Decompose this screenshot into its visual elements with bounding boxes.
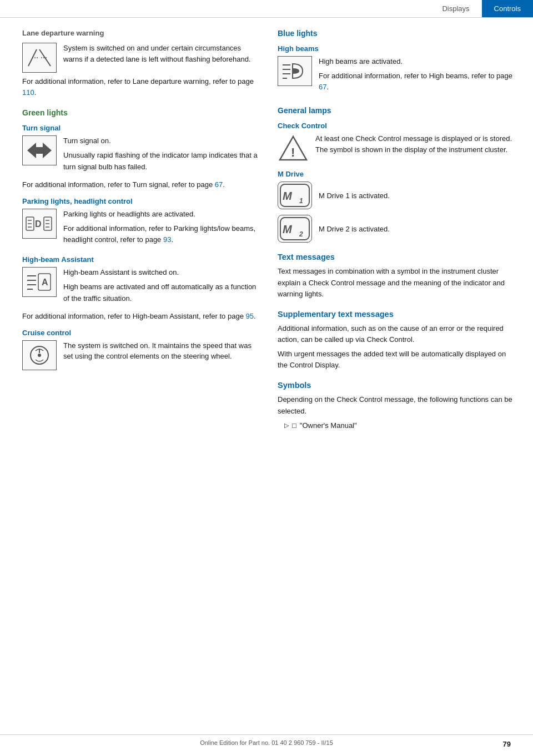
left-column: Lane departure warning System is switche… bbox=[22, 29, 261, 431]
svg-text:M: M bbox=[283, 223, 293, 235]
check-control-heading: Check Control bbox=[278, 122, 516, 130]
svg-text:M: M bbox=[283, 190, 293, 202]
page-header: Displays Controls bbox=[0, 0, 533, 18]
supplementary-body1: Additional information, such as on the c… bbox=[278, 323, 516, 345]
cruise-control-text: The system is switched on. It maintains … bbox=[63, 340, 261, 370]
m-drive-2-block: M 2 M Drive 2 is activated. bbox=[278, 215, 516, 243]
check-control-icon: ! bbox=[278, 133, 309, 163]
high-beams-icon bbox=[278, 56, 312, 86]
header-tabs: Displays Controls bbox=[430, 0, 533, 17]
lane-departure-link[interactable]: 110 bbox=[22, 88, 34, 97]
supplementary-body2: With urgent messages the added text will… bbox=[278, 349, 516, 371]
turn-signal-icon bbox=[22, 135, 57, 165]
turn-signal-heading: Turn signal bbox=[22, 124, 261, 132]
lane-departure-heading: Lane departure warning bbox=[22, 29, 261, 37]
m-drive-1-icon: M 1 bbox=[278, 182, 312, 209]
parking-lights-icon: D bbox=[22, 209, 57, 239]
main-content: Lane departure warning System is switche… bbox=[0, 18, 533, 453]
cruise-control-block: The system is switched on. It maintains … bbox=[22, 340, 261, 370]
symbols-list-item-1: □ "Owner's Manual" bbox=[284, 420, 516, 432]
general-lamps-heading: General lamps bbox=[278, 106, 516, 115]
m-drive-1-text: M Drive 1 is activated. bbox=[319, 182, 516, 209]
high-beams-heading: High beams bbox=[278, 44, 516, 53]
right-column: Blue lights High beams High beams are a bbox=[278, 29, 516, 431]
high-beams-block: High beams are activated. For additional… bbox=[278, 56, 516, 96]
svg-text:2: 2 bbox=[299, 230, 303, 238]
lane-departure-icon bbox=[22, 43, 57, 73]
check-control-text: At least one Check Control message is di… bbox=[315, 133, 516, 163]
svg-text:!: ! bbox=[291, 145, 295, 159]
svg-point-23 bbox=[38, 354, 41, 357]
high-beam-assistant-heading: High-beam Assistant bbox=[22, 255, 261, 264]
footer-page-number: 79 bbox=[503, 740, 511, 748]
symbols-body: Depending on the Check Control message, … bbox=[278, 394, 516, 416]
supplementary-section: Supplementary text messages Additional i… bbox=[278, 310, 516, 371]
m-drive-heading: M Drive bbox=[278, 170, 516, 178]
tab-controls[interactable]: Controls bbox=[482, 0, 533, 17]
blue-lights-heading: Blue lights bbox=[278, 29, 516, 38]
cruise-control-icon bbox=[22, 340, 57, 370]
m-drive-1-block: M 1 M Drive 1 is activated. bbox=[278, 182, 516, 209]
turn-signal-link[interactable]: 67 bbox=[215, 180, 223, 189]
symbols-heading: Symbols bbox=[278, 381, 516, 390]
parking-lights-link[interactable]: 93 bbox=[163, 235, 171, 244]
text-messages-section: Text messages Text messages in combinati… bbox=[278, 253, 516, 299]
tab-displays[interactable]: Displays bbox=[430, 0, 481, 17]
text-messages-heading: Text messages bbox=[278, 253, 516, 261]
lane-departure-section: Lane departure warning System is switche… bbox=[22, 29, 261, 98]
high-beams-text: High beams are activated. For additional… bbox=[319, 56, 516, 96]
lane-departure-ref: For additional information, refer to Lan… bbox=[22, 76, 261, 98]
footer-text: Online Edition for Part no. 01 40 2 960 … bbox=[200, 739, 333, 746]
turn-signal-text: Turn signal on. Unusually rapid flashing… bbox=[63, 135, 261, 175]
high-beam-assistant-link[interactable]: 95 bbox=[245, 312, 253, 320]
m-drive-2-icon: M 2 bbox=[278, 215, 312, 243]
high-beam-assistant-block: A High-beam Assistant is switched on. Hi… bbox=[22, 267, 261, 307]
parking-lights-heading: Parking lights, headlight control bbox=[22, 197, 261, 205]
green-lights-heading: Green lights bbox=[22, 108, 261, 117]
parking-lights-text: Parking lights or headlights are activat… bbox=[63, 209, 261, 249]
cruise-control-heading: Cruise control bbox=[22, 329, 261, 337]
svg-text:1: 1 bbox=[299, 197, 303, 205]
parking-lights-section: Parking lights, headlight control D bbox=[22, 197, 261, 249]
turn-signal-section: Turn signal Turn signal on. Unusually ra… bbox=[22, 124, 261, 190]
high-beam-assistant-text: High-beam Assistant is switched on. High… bbox=[63, 267, 261, 307]
m-drive-section: M Drive M 1 M Drive 1 is activated. bbox=[278, 170, 516, 243]
svg-text:D: D bbox=[35, 219, 42, 229]
high-beams-section: High beams High beams are activated. bbox=[278, 44, 516, 96]
symbols-section: Symbols Depending on the Check Control m… bbox=[278, 381, 516, 431]
lane-departure-block: System is switched on and under certain … bbox=[22, 43, 261, 73]
svg-text:A: A bbox=[42, 278, 48, 287]
cruise-control-section: Cruise control The system is switched on… bbox=[22, 329, 261, 370]
svg-marker-5 bbox=[36, 143, 52, 158]
high-beams-link[interactable]: 67 bbox=[319, 83, 326, 91]
high-beam-assistant-icon: A bbox=[22, 267, 57, 297]
text-messages-body: Text messages in combination with a symb… bbox=[278, 266, 516, 299]
check-control-section: Check Control ! At least one Check Contr… bbox=[278, 122, 516, 163]
lane-departure-text: System is switched on and under certain … bbox=[63, 43, 261, 73]
footer: Online Edition for Part no. 01 40 2 960 … bbox=[0, 734, 533, 746]
turn-signal-ref: For additional information, refer to Tur… bbox=[22, 179, 261, 190]
m-drive-2-text: M Drive 2 is activated. bbox=[319, 215, 516, 243]
high-beam-assistant-ref: For additional information, refer to Hig… bbox=[22, 311, 261, 322]
parking-lights-block: D Parking lights or headlights are activ… bbox=[22, 209, 261, 249]
supplementary-heading: Supplementary text messages bbox=[278, 310, 516, 319]
high-beam-assistant-section: High-beam Assistant A High-beam Assistan… bbox=[22, 255, 261, 322]
turn-signal-block: Turn signal on. Unusually rapid flashing… bbox=[22, 135, 261, 175]
check-control-block: ! At least one Check Control message is … bbox=[278, 133, 516, 163]
symbols-list: □ "Owner's Manual" bbox=[284, 420, 516, 432]
